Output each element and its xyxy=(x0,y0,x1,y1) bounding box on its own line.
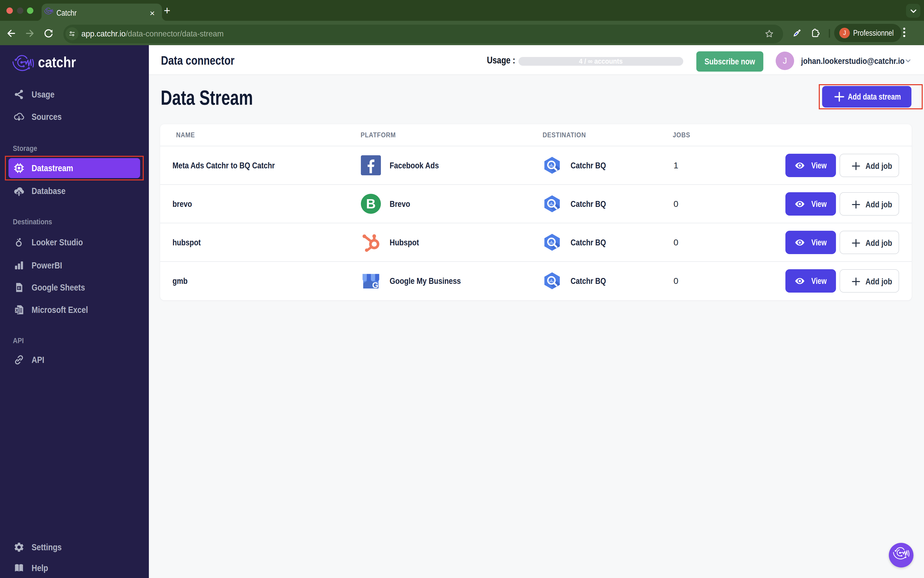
svg-text:X: X xyxy=(15,308,18,313)
